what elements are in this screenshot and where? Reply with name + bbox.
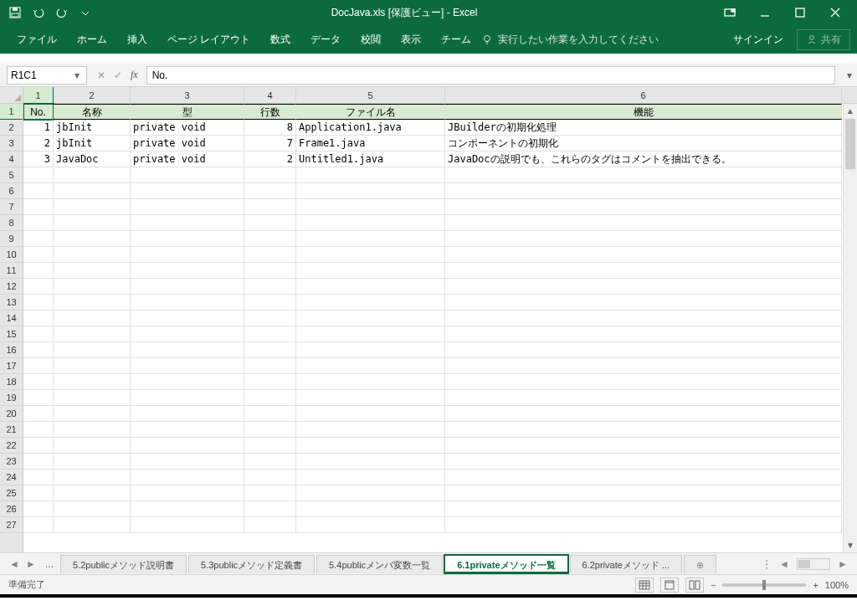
data-cell[interactable] <box>445 470 842 485</box>
data-cell[interactable] <box>23 517 54 533</box>
data-cell[interactable] <box>244 485 296 501</box>
data-cell[interactable] <box>23 438 54 454</box>
data-cell[interactable] <box>244 279 296 295</box>
zoom-slider[interactable] <box>722 583 806 587</box>
header-cell[interactable]: No. <box>23 104 54 120</box>
data-cell[interactable] <box>296 390 445 406</box>
tab-home[interactable]: ホーム <box>67 25 117 54</box>
data-cell[interactable] <box>445 342 842 358</box>
data-cell[interactable] <box>131 199 244 215</box>
data-cell[interactable] <box>296 470 445 485</box>
sheet-tab[interactable]: 5.4publicメンバ変数一覧 <box>316 555 443 573</box>
data-cell[interactable] <box>296 215 445 231</box>
undo-icon[interactable] <box>28 3 49 23</box>
cells-area[interactable]: No.名称型行数ファイル名機能1jbInitprivate void8Appli… <box>23 104 857 533</box>
header-cell[interactable]: 名称 <box>54 104 131 120</box>
row-header[interactable]: 15 <box>0 326 23 342</box>
data-cell[interactable] <box>131 390 244 406</box>
data-cell[interactable] <box>131 263 244 279</box>
data-cell[interactable] <box>244 295 296 311</box>
data-cell[interactable] <box>54 311 131 326</box>
data-cell[interactable] <box>244 199 296 215</box>
data-cell[interactable] <box>54 485 131 501</box>
data-cell[interactable]: private void <box>131 120 244 136</box>
view-normal-button[interactable] <box>635 578 654 593</box>
data-cell[interactable] <box>445 390 842 406</box>
header-cell[interactable]: 型 <box>131 104 244 120</box>
data-cell[interactable] <box>54 263 131 279</box>
row-header[interactable]: 12 <box>0 279 23 295</box>
view-page-break-button[interactable] <box>685 578 704 593</box>
data-cell[interactable] <box>445 295 842 311</box>
column-header[interactable]: 4 <box>244 87 296 103</box>
data-cell[interactable] <box>244 470 296 485</box>
data-cell[interactable] <box>23 342 54 358</box>
data-cell[interactable] <box>445 231 842 247</box>
data-cell[interactable] <box>131 167 244 183</box>
data-cell[interactable] <box>23 231 54 247</box>
data-cell[interactable] <box>54 470 131 485</box>
data-cell[interactable]: jbInit <box>54 120 131 136</box>
row-header[interactable]: 3 <box>0 136 23 151</box>
data-cell[interactable] <box>296 342 445 358</box>
data-cell[interactable] <box>244 374 296 390</box>
data-cell[interactable] <box>131 326 244 342</box>
data-cell[interactable] <box>23 199 54 215</box>
data-cell[interactable]: Untitled1.java <box>296 151 445 167</box>
row-header[interactable]: 20 <box>0 406 23 422</box>
tell-me-search[interactable]: 実行したい作業を入力してください <box>481 33 659 47</box>
data-cell[interactable] <box>445 215 842 231</box>
data-cell[interactable] <box>244 263 296 279</box>
data-cell[interactable] <box>23 470 54 485</box>
data-cell[interactable] <box>296 247 445 263</box>
data-cell[interactable] <box>445 358 842 374</box>
column-header[interactable]: 1 <box>23 87 54 103</box>
row-header[interactable]: 26 <box>0 501 23 517</box>
data-cell[interactable] <box>54 438 131 454</box>
data-cell[interactable] <box>131 422 244 438</box>
data-cell[interactable] <box>296 358 445 374</box>
row-header[interactable]: 1 <box>0 104 23 120</box>
data-cell[interactable] <box>445 406 842 422</box>
row-header[interactable]: 25 <box>0 485 23 501</box>
data-cell[interactable]: 2 <box>244 151 296 167</box>
tab-data[interactable]: データ <box>300 25 351 54</box>
data-cell[interactable] <box>131 454 244 470</box>
row-header[interactable]: 5 <box>0 167 23 183</box>
data-cell[interactable] <box>131 295 244 311</box>
view-page-layout-button[interactable] <box>660 578 679 593</box>
data-cell[interactable] <box>445 422 842 438</box>
data-cell[interactable] <box>131 311 244 326</box>
data-cell[interactable] <box>131 517 244 533</box>
formula-expand-icon[interactable]: ▾ <box>842 69 857 81</box>
tab-formulas[interactable]: 数式 <box>260 25 300 54</box>
row-header[interactable]: 10 <box>0 247 23 263</box>
data-cell[interactable] <box>244 342 296 358</box>
data-cell[interactable]: 7 <box>244 136 296 151</box>
header-cell[interactable]: 行数 <box>244 104 296 120</box>
tab-file[interactable]: ファイル <box>7 25 67 54</box>
tab-page-layout[interactable]: ページ レイアウト <box>157 25 260 54</box>
cancel-formula-icon[interactable]: ✕ <box>97 69 105 81</box>
data-cell[interactable] <box>296 374 445 390</box>
data-cell[interactable] <box>23 422 54 438</box>
data-cell[interactable] <box>23 406 54 422</box>
data-cell[interactable] <box>131 279 244 295</box>
data-cell[interactable] <box>244 326 296 342</box>
data-cell[interactable] <box>23 374 54 390</box>
data-cell[interactable] <box>244 517 296 533</box>
zoom-out-button[interactable]: − <box>711 580 716 590</box>
data-cell[interactable] <box>23 358 54 374</box>
tabstrip-options-icon[interactable]: ⋮ <box>762 558 772 570</box>
data-cell[interactable] <box>244 422 296 438</box>
data-cell[interactable] <box>131 342 244 358</box>
data-cell[interactable] <box>23 501 54 517</box>
row-header[interactable]: 9 <box>0 231 23 247</box>
data-cell[interactable]: 2 <box>23 136 54 151</box>
sheet-tab[interactable]: 6.2privateメソッド ... <box>570 555 683 573</box>
data-cell[interactable]: Application1.java <box>296 120 445 136</box>
row-header[interactable]: 27 <box>0 517 23 533</box>
data-cell[interactable] <box>244 311 296 326</box>
data-cell[interactable] <box>296 326 445 342</box>
data-cell[interactable] <box>296 183 445 199</box>
